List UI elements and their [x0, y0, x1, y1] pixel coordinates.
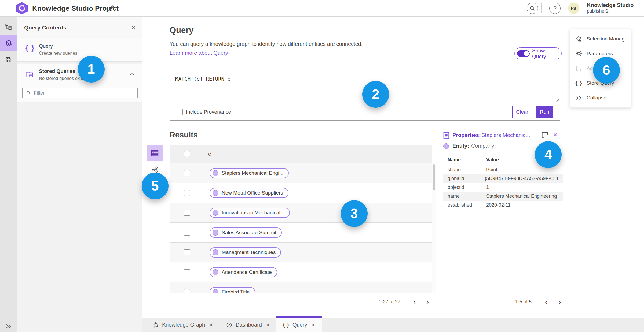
table-row[interactable]: established 2020-02-11 [443, 201, 563, 210]
scrollbar-thumb[interactable] [433, 164, 435, 190]
table-row[interactable]: Innovations in Mechanical... [170, 203, 432, 223]
table-row[interactable]: name Staplers Mechanical Engineering [443, 192, 563, 201]
entity-pill[interactable]: Innovations in Mechanical... [210, 208, 290, 218]
entity-pill[interactable]: Managment Techniques [210, 247, 281, 258]
header-divider [541, 3, 542, 13]
entity-dot-icon [213, 230, 218, 236]
hierarchy-icon [5, 23, 12, 30]
tab-knowledge-graph[interactable]: Knowledge Graph × [146, 318, 219, 332]
row-checkbox[interactable] [184, 230, 190, 236]
annotation-badge-2: 2 [362, 81, 389, 108]
table-row[interactable]: Sales Associate Summit [170, 223, 432, 243]
menu-item-collapse[interactable]: Collapse [570, 91, 631, 105]
close-panel-icon[interactable]: × [131, 24, 136, 31]
entity-pill[interactable]: Firebird Title [210, 287, 255, 293]
sidebar-item-subtitle: No stored queries exist [39, 76, 84, 81]
row-checkbox[interactable] [184, 210, 190, 216]
toggle-label: Show Query [532, 48, 558, 59]
table-row[interactable]: Attendance Certificate [170, 262, 432, 282]
column-header-value: Value [486, 157, 499, 165]
tab-dashboard[interactable]: Dashboard × [219, 318, 276, 332]
row-checkbox[interactable] [184, 269, 190, 275]
properties-page-icon [443, 132, 450, 139]
resize-handle-icon[interactable] [556, 99, 559, 102]
menu-item-selection-manager[interactable]: Selection Manager [570, 32, 631, 46]
collapse-section-icon[interactable] [129, 72, 135, 76]
user-role: publisher2 [587, 8, 634, 14]
pagination-range: 1-5 of 5 [515, 299, 532, 305]
entity-dot-icon [443, 143, 449, 149]
app-logo-icon [15, 2, 29, 15]
bottom-tab-bar: Knowledge Graph × Dashboard × { } Query … [142, 318, 644, 332]
close-properties-icon[interactable]: × [553, 131, 557, 138]
edit-title-icon[interactable] [107, 5, 115, 12]
filter-input[interactable] [34, 90, 134, 96]
braces-icon: { } [283, 322, 289, 328]
sidebar-item-subtitle: Create new queries [39, 51, 77, 56]
rail-layers-button[interactable] [0, 35, 17, 51]
table-row[interactable]: objectid 1 [443, 183, 563, 192]
pagination-next-icon[interactable]: › [557, 298, 563, 306]
rail-hierarchy-button[interactable] [0, 18, 17, 35]
stored-queries-filter[interactable] [22, 88, 138, 98]
pagination-prev-icon[interactable]: ‹ [543, 298, 549, 306]
results-scrollbar[interactable] [432, 163, 436, 293]
toggle-knob [524, 51, 529, 56]
double-chevron-right-icon [575, 95, 582, 100]
sidebar-item-query[interactable]: { } Query Create new queries [17, 39, 142, 62]
table-row[interactable]: New Metal Office Suppliers [170, 183, 432, 203]
results-table-header: e [170, 145, 432, 163]
tab-close-icon[interactable]: × [312, 322, 315, 328]
run-button[interactable]: Run [536, 106, 553, 118]
query-editor-footer: Include Provenance Clear Run [170, 103, 560, 120]
braces-icon: { } [25, 44, 35, 52]
row-checkbox[interactable] [184, 249, 190, 255]
selection-manager-icon [575, 35, 582, 42]
entity-pill[interactable]: New Metal Office Suppliers [210, 188, 288, 198]
user-name: Knowledge Studio [587, 2, 634, 8]
entity-pill[interactable]: Attendance Certificate [210, 267, 277, 277]
annotation-badge-5: 5 [142, 173, 169, 199]
help-button[interactable]: ? [549, 3, 561, 14]
pagination-prev-icon[interactable]: ‹ [412, 298, 418, 306]
tab-close-icon[interactable]: × [266, 322, 270, 328]
toggle-switch[interactable] [517, 50, 530, 57]
user-info[interactable]: Knowledge Studio publisher2 [587, 2, 634, 14]
left-icon-rail [0, 17, 17, 332]
learn-more-link[interactable]: Learn more about Query [170, 50, 228, 56]
column-header-name: Name [443, 157, 486, 165]
row-checkbox[interactable] [184, 170, 190, 176]
tab-query[interactable]: { } Query × [276, 318, 322, 332]
add-to-new-icon[interactable] [541, 131, 549, 139]
rail-save-button[interactable] [0, 51, 17, 68]
results-rows: Staplers Mechanical Engi... New Metal Of… [170, 163, 432, 293]
show-query-toggle[interactable]: Show Query [514, 47, 562, 59]
tab-close-icon[interactable]: × [209, 322, 213, 328]
knowledge-graph-icon [152, 322, 159, 328]
table-row[interactable]: Firebird Title [170, 282, 432, 293]
table-row[interactable]: Staplers Mechanical Engi... [170, 163, 432, 183]
layers-icon [5, 39, 12, 47]
annotation-badge-1: 1 [78, 56, 105, 83]
row-checkbox[interactable] [184, 190, 190, 196]
table-row[interactable]: globalid {5D9B4713-F98D-4A53-A59F-C11... [443, 174, 563, 183]
panel-header: Query Contents × [17, 17, 142, 39]
entity-pill[interactable]: Staplers Mechanical Engi... [210, 168, 289, 178]
avatar[interactable]: KS [568, 3, 579, 14]
question-icon: ? [553, 5, 557, 12]
select-all-checkbox[interactable] [184, 151, 190, 157]
properties-entity-link[interactable]: Staplers Mechanic... [481, 132, 530, 138]
pagination-next-icon[interactable]: › [425, 298, 430, 306]
expand-rail-button[interactable] [0, 323, 17, 329]
include-provenance-checkbox[interactable] [177, 109, 183, 115]
table-row[interactable]: Managment Techniques [170, 243, 432, 262]
search-icon [26, 90, 31, 96]
search-button[interactable] [527, 3, 538, 14]
results-title: Results [170, 130, 198, 139]
gear-icon [575, 50, 582, 57]
results-table: e Staplers Mechanical Engi... New Metal … [170, 145, 436, 311]
double-chevron-right-icon [5, 323, 12, 329]
table-view-button[interactable] [147, 145, 163, 161]
clear-button[interactable]: Clear [512, 106, 532, 118]
entity-pill[interactable]: Sales Associate Summit [210, 227, 282, 238]
